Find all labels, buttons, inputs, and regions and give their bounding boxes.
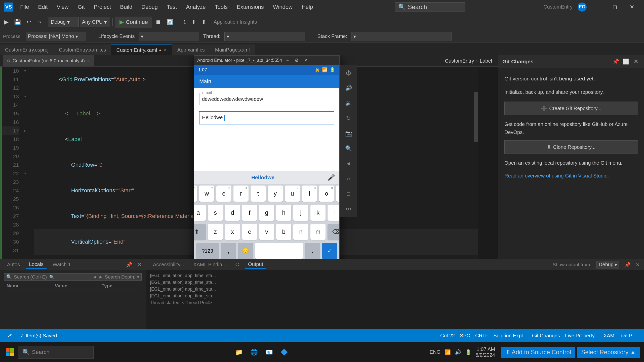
toolbar-run-debug[interactable]: ▶ (2, 17, 11, 28)
menu-extensions[interactable]: Extensions (233, 3, 268, 11)
key-z[interactable]: z (208, 224, 223, 240)
menu-tools[interactable]: Tools (211, 3, 232, 11)
tab-accessibility[interactable]: Accessibility... (150, 261, 187, 268)
locals-pin-btn[interactable]: 📌 (126, 262, 132, 268)
screenshot-icon[interactable]: 📷 (341, 126, 356, 141)
key-comma[interactable]: , (221, 243, 236, 259)
search-depth-dropdown[interactable]: ▾ (137, 274, 139, 280)
key-emoji[interactable]: 😊 (238, 243, 253, 259)
scrollbar-thumb[interactable] (474, 92, 478, 142)
key-p[interactable]: 0p (336, 186, 339, 202)
power-icon[interactable]: ⏻ (341, 66, 356, 80)
debug-config-dropdown[interactable]: Debug ▾ (49, 17, 79, 27)
taskbar-chrome-btn[interactable]: 🌐 (248, 346, 261, 359)
windows-start-btn[interactable] (4, 346, 16, 358)
volume-up-icon[interactable]: 🔊 (341, 81, 356, 95)
key-b[interactable]: b (276, 224, 291, 240)
back-icon[interactable]: ◄ (341, 157, 356, 171)
key-num-toggle[interactable]: ?123 (196, 243, 219, 259)
menu-window[interactable]: Window (269, 3, 297, 11)
key-enter[interactable]: ✓ (322, 243, 337, 259)
git-read-link[interactable]: Read an overview of using Git in Visual … (504, 173, 609, 178)
title-search-box[interactable]: 🔍 Search (395, 2, 465, 12)
key-period[interactable]: . (305, 243, 320, 259)
menu-analyze[interactable]: Analyze (182, 3, 210, 11)
zoom-icon[interactable]: 🔍 (341, 142, 356, 156)
lifecycle-dropdown[interactable]: ▾ (139, 32, 199, 41)
locals-close-btn[interactable]: ✕ (137, 262, 142, 268)
rotate-icon[interactable]: ↻ (341, 111, 356, 125)
key-u[interactable]: 7u (285, 186, 300, 202)
git-panel-close-btn[interactable]: ✕ (632, 58, 640, 66)
menu-help[interactable]: Help (298, 3, 317, 11)
secondary-tab-main[interactable]: ⚙ CustomEntry (net8.0-maccatalyst) ✕ (3, 55, 94, 66)
add-to-source-control-btn[interactable]: ⬆ Add to Source Control (501, 347, 575, 358)
user-avatar[interactable]: EG (578, 3, 587, 12)
key-i[interactable]: 8i (302, 186, 317, 202)
key-w[interactable]: 2w (199, 186, 214, 202)
key-k[interactable]: k (310, 205, 326, 221)
key-m[interactable]: m (310, 224, 326, 240)
menu-git[interactable]: Git (74, 3, 89, 11)
tab-close-button[interactable]: ✕ (163, 47, 167, 53)
taskbar-search[interactable]: 🔍 Search (18, 346, 94, 359)
key-backspace[interactable]: ⌫ (328, 224, 339, 240)
restore-button[interactable]: ◻ (607, 2, 623, 12)
toolbar-save-all[interactable]: 💾 (12, 17, 23, 28)
git-panel-pin-btn[interactable]: 📌 (612, 58, 620, 66)
key-e[interactable]: 3e (216, 186, 231, 202)
solution-explorer-btn[interactable]: Solution Expl... (491, 333, 529, 339)
key-t[interactable]: 5t (251, 186, 266, 202)
mic-icon[interactable]: 🎤 (328, 174, 335, 181)
process-dropdown[interactable]: Process: [N/A] Mono ▾ (26, 32, 86, 41)
tab-mainpage[interactable]: MainPage.xaml (210, 44, 255, 55)
volume-down-icon[interactable]: 🔉 (341, 96, 356, 110)
git-panel-maximize-btn[interactable]: ⬜ (622, 58, 630, 66)
minimize-button[interactable]: − (590, 2, 606, 12)
tab-output[interactable]: Output (245, 260, 266, 269)
text-input-focused[interactable]: Hellodwe (199, 111, 334, 124)
key-l[interactable]: l (328, 205, 339, 221)
circle-icon[interactable]: ○ (341, 172, 356, 186)
stack-frame-dropdown[interactable]: ▾ (351, 32, 452, 41)
back-btn[interactable]: ◄ (92, 274, 97, 280)
toolbar-redo[interactable]: ↪ (34, 17, 43, 28)
tab-xaml-binding[interactable]: XAML Bindin... (190, 261, 229, 268)
taskbar-mail-btn[interactable]: 📧 (263, 346, 276, 359)
create-repo-button[interactable]: ➕ Create Git Repository... (504, 102, 638, 115)
run-button[interactable]: ▶ Continue (115, 17, 152, 28)
menu-file[interactable]: File (16, 3, 33, 11)
key-a[interactable]: a (194, 205, 206, 221)
suggestion-center[interactable]: Hellodwe (251, 174, 274, 180)
tab-c[interactable]: C (232, 261, 242, 268)
emulator-settings-btn[interactable]: ⚙ (293, 57, 300, 64)
taskbar-vs-btn[interactable]: 🔷 (278, 346, 291, 359)
key-q[interactable]: 1q (194, 186, 197, 202)
tab-xaml[interactable]: CustomEntry.xaml ● ✕ (111, 44, 172, 55)
menu-view[interactable]: View (53, 3, 72, 11)
stop-btn[interactable]: ⏹ (153, 17, 163, 28)
restart-btn[interactable]: 🔄 (164, 17, 176, 28)
key-c[interactable]: c (242, 224, 257, 240)
key-d[interactable]: d (225, 205, 240, 221)
xaml-live-pr-btn[interactable]: XAML Live Pr... (601, 333, 640, 339)
menu-project[interactable]: Project (90, 3, 115, 11)
secondary-tab-close[interactable]: ✕ (87, 59, 90, 63)
output-source-dropdown[interactable]: Debug ▾ (596, 261, 619, 268)
menu-debug[interactable]: Debug (137, 3, 162, 11)
platform-dropdown[interactable]: Any CPU ▾ (80, 17, 110, 27)
output-pin-btn[interactable]: 📌 (624, 262, 631, 268)
key-r[interactable]: 4r (233, 186, 249, 202)
toolbar-undo[interactable]: ↩ (24, 17, 33, 28)
menu-test[interactable]: Test (163, 3, 181, 11)
tab-locals[interactable]: Locals (26, 260, 47, 269)
step-out-btn[interactable]: ⬆ (199, 17, 208, 28)
tab-autos[interactable]: Autos (4, 261, 23, 268)
key-s[interactable]: s (208, 205, 223, 221)
key-h[interactable]: h (276, 205, 291, 221)
key-j[interactable]: j (293, 205, 308, 221)
tab-app-xaml-cs[interactable]: App.xaml.cs (172, 44, 210, 55)
select-repository-btn[interactable]: Select Repository ▲ (577, 347, 640, 358)
emulator-close-btn[interactable]: ✕ (302, 57, 309, 64)
crlf-indicator[interactable]: CRLF (473, 333, 490, 339)
